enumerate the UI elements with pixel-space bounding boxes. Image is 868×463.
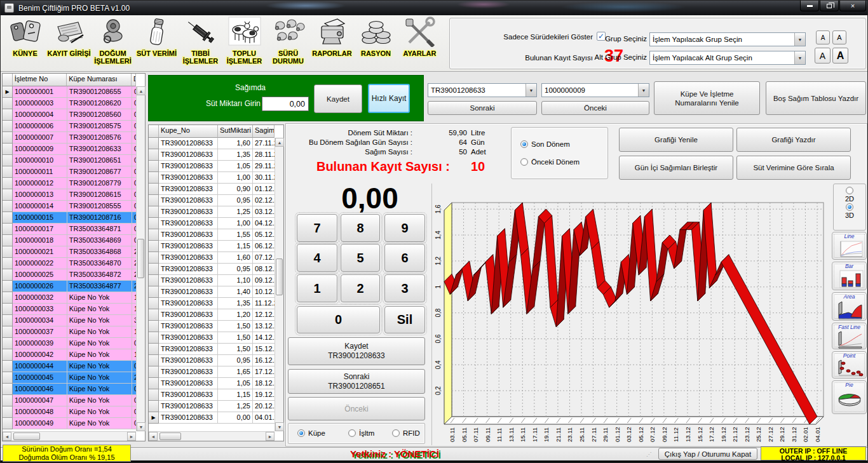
- scroll-left-icon[interactable]: ◄: [149, 432, 158, 441]
- font-size-button-3[interactable]: A: [815, 48, 831, 64]
- toolbar-button-s-t-veri-mi-[interactable]: SÜT VERİMİ: [135, 17, 179, 70]
- scrollbar-thumb[interactable]: [159, 433, 181, 440]
- period-radio-onceki-donem[interactable]: Önceki Dönem: [520, 158, 580, 166]
- minimize-button[interactable]: [800, 1, 819, 11]
- font-size-button-1[interactable]: A: [816, 30, 830, 44]
- toolbar-button-do-um-i-lemleri-[interactable]: DOĞUM İŞLEMLERİ: [91, 17, 135, 70]
- kupe-select[interactable]: TR39001208633 ▼: [428, 83, 537, 97]
- id-radio-isltm[interactable]: İşltm: [348, 429, 374, 437]
- toolbar-button-k-nye[interactable]: KÜNYE: [3, 17, 47, 70]
- table-row[interactable]: 1000000015TR3900120871602.01.2: [3, 212, 136, 224]
- table-row[interactable]: TR390012086331,0004.12.2: [149, 218, 275, 229]
- radio-2d[interactable]: [846, 187, 853, 194]
- table-row[interactable]: 1000000044Küpe No Yok03.05.2: [3, 361, 136, 372]
- table-row[interactable]: TR390012086330,9502.12.2: [149, 195, 275, 206]
- table-row[interactable]: TR390012086331,5505.12.2: [149, 229, 275, 241]
- group-select[interactable]: İşlem Yapılacak Grup Seçin ▼: [649, 32, 806, 46]
- keypad-key-8[interactable]: 8: [341, 214, 380, 242]
- table-row[interactable]: TR390012086331,2520.12.2: [149, 401, 275, 412]
- table-row[interactable]: TR390012086331,2012.12.2: [149, 309, 275, 321]
- scroll-right-icon[interactable]: ►: [127, 432, 136, 441]
- table-row[interactable]: TR390012086331,5014.12.2: [149, 332, 275, 344]
- keypad-key-5[interactable]: 5: [341, 244, 380, 272]
- table-row[interactable]: 1000000018TR3500336486907.03.2: [3, 235, 136, 246]
- table-row[interactable]: TR390012086330,9516.12.2: [149, 355, 275, 366]
- keypad-save-button[interactable]: Kaydet TR39001208633: [288, 337, 425, 365]
- radio-3d[interactable]: [846, 203, 853, 211]
- radio-icon[interactable]: [297, 429, 305, 437]
- table-row[interactable]: 1000000014TR3900120855502.01.2: [3, 201, 136, 212]
- table-row[interactable]: 1000000033Küpe No Yok18.12.2: [3, 304, 136, 315]
- chart-type-bar-button[interactable]: Bar: [832, 262, 867, 290]
- keypad-key-0[interactable]: 0: [297, 306, 380, 333]
- previous-animal-button[interactable]: Önceki: [541, 101, 649, 115]
- table-row[interactable]: TR390012086331,5013.12.2: [149, 321, 275, 332]
- table-row[interactable]: TR390012086330,9508.12.2: [149, 264, 275, 275]
- table-row[interactable]: 1000000046Küpe No Yok05.12.2: [3, 384, 136, 395]
- quick-save-button[interactable]: Hızlı Kayıt: [368, 84, 410, 113]
- table-row[interactable]: TR390012086331,0529.11.2: [149, 161, 275, 172]
- scrollbar-thumb[interactable]: [137, 239, 144, 278]
- table-row[interactable]: TR390012086331,3528.11.2: [149, 149, 275, 161]
- table-row[interactable]: 1000000004TR3900120856002.01.2: [3, 109, 136, 121]
- keypad-key-6[interactable]: 6: [384, 244, 425, 272]
- radio-icon[interactable]: [520, 158, 528, 166]
- column-header[interactable]: [3, 74, 13, 86]
- keypad-key-2[interactable]: 2: [341, 274, 380, 302]
- column-header[interactable]: Kupe_No: [159, 125, 218, 138]
- keypad-key-3[interactable]: 3: [384, 274, 425, 302]
- print-empty-table-button[interactable]: Boş Sağım Tablosu Yazdır: [766, 81, 866, 115]
- vertical-scrollbar[interactable]: ▲ ▼: [136, 86, 145, 431]
- close-button[interactable]: ×: [839, 1, 866, 11]
- table-row[interactable]: 1000000003TR3900120862002.01.2: [3, 98, 136, 109]
- table-row[interactable]: TR390012086331,4010.12.2: [149, 286, 275, 298]
- scroll-left-icon[interactable]: ◄: [3, 432, 11, 441]
- table-row[interactable]: TR390012086331,1009.12.2: [149, 275, 275, 286]
- isletme-select[interactable]: 1000000009 ▼: [541, 83, 649, 97]
- table-row[interactable]: 1000000037Küpe No Yok16.01.2: [3, 326, 136, 338]
- table-row[interactable]: 1000000049Küpe No Yok09.12.2: [3, 418, 136, 429]
- merge-daily-milkings-button[interactable]: Gün İçi Sağımları Birleştir: [619, 156, 733, 180]
- horizontal-scrollbar[interactable]: ◄ ►: [3, 431, 136, 441]
- dropdown-arrow-icon[interactable]: ▼: [794, 33, 805, 46]
- toolbar-button-toplu-i-lemler[interactable]: TOPLU İŞLEMLER: [222, 17, 266, 70]
- table-row[interactable]: TR390012086331,2503.12.2: [149, 206, 275, 218]
- scroll-right-icon[interactable]: ►: [266, 432, 275, 441]
- refresh-chart-button[interactable]: Grafiği Yenile: [619, 128, 733, 152]
- column-header[interactable]: [149, 125, 159, 138]
- table-row[interactable]: 1000000007TR3900120857602.01.2: [3, 132, 136, 144]
- table-row[interactable]: 1000000042Küpe No Yok12.03.2: [3, 349, 136, 361]
- table-row[interactable]: TR390012086330,9001.12.2: [149, 184, 275, 195]
- table-row[interactable]: 1000000047Küpe No Yok05.12.2: [3, 395, 136, 406]
- table-row[interactable]: TR390012086331,0518.12.2: [149, 378, 275, 389]
- table-row[interactable]: 1000000026TR3500336487727.04.2: [3, 281, 136, 292]
- period-radio-son-donem[interactable]: Son Dönem: [520, 140, 570, 148]
- subgroup-select[interactable]: İşlem Yapılacak Alt Grup Seçin ▼: [649, 51, 806, 65]
- keypad-key-sil[interactable]: Sil: [384, 306, 425, 333]
- table-row[interactable]: 1000000009TR3900120863302.01.2: [3, 144, 136, 155]
- table-row[interactable]: 1000000021TR3500336486824.03.2: [3, 246, 136, 258]
- restore-button[interactable]: [820, 1, 839, 11]
- table-row[interactable]: TR390012086331,5015.12.2: [149, 344, 275, 355]
- table-row[interactable]: 1000000017TR3500336487105.03.2: [3, 224, 136, 235]
- table-row[interactable]: TR390012086331,6517.12.2: [149, 366, 275, 378]
- column-header[interactable]: SagimTa: [253, 125, 275, 138]
- toolbar-button-tibbi-i-lemler[interactable]: TIBBİ İŞLEMLER: [179, 17, 222, 70]
- dropdown-arrow-icon[interactable]: ▼: [526, 84, 536, 97]
- scroll-down-icon[interactable]: ▼: [137, 422, 146, 431]
- table-row[interactable]: TR390012086331,6007.12.2: [149, 252, 275, 264]
- chart-type-area-button[interactable]: Area: [832, 292, 867, 321]
- table-row[interactable]: 1000000011TR3900120867702.01.2: [3, 166, 136, 178]
- table-row[interactable]: TR390012086331,1519.12.2: [149, 389, 275, 401]
- table-row[interactable]: ▶TR390012086330,0004.01.2: [149, 412, 275, 424]
- radio-icon[interactable]: [348, 429, 356, 437]
- table-row[interactable]: TR390012086331,1506.12.2: [149, 241, 275, 252]
- column-header[interactable]: İşletme No: [13, 74, 67, 86]
- font-size-button-4[interactable]: A: [832, 48, 848, 64]
- scroll-up-icon[interactable]: ▲: [275, 138, 284, 147]
- scroll-up-icon[interactable]: ▲: [137, 86, 146, 95]
- dropdown-arrow-icon[interactable]: ▼: [638, 84, 649, 97]
- keypad-key-4[interactable]: 4: [297, 244, 337, 272]
- table-row[interactable]: TR390012086331,6027.11.2: [149, 138, 275, 149]
- scrollbar-thumb[interactable]: [13, 433, 40, 440]
